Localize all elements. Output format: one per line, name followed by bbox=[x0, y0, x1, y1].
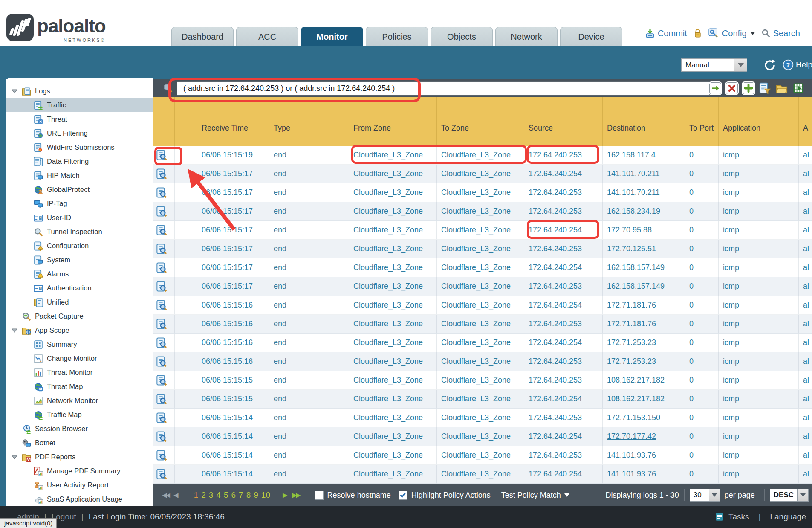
test-policy-match-button[interactable]: Test Policy Match bbox=[501, 491, 569, 500]
action-cell[interactable]: al bbox=[799, 352, 812, 371]
from-zone-cell[interactable]: Cloudflare_L3_Zone bbox=[349, 240, 437, 258]
to-port-cell[interactable]: 0 bbox=[685, 409, 719, 427]
sidebar-item-hip-match[interactable]: HIP Match bbox=[6, 168, 153, 183]
destination-cell[interactable]: 172.70.125.51 bbox=[603, 240, 685, 258]
type-cell[interactable]: end bbox=[269, 277, 349, 296]
sidebar-item-network-monitor[interactable]: Network Monitor bbox=[6, 394, 153, 408]
to-port-cell[interactable]: 0 bbox=[685, 296, 719, 315]
column-header-to-zone[interactable]: To Zone bbox=[437, 97, 524, 146]
to-zone-cell[interactable]: Cloudflare_L3_Zone bbox=[437, 371, 524, 390]
sidebar-item-ip-tag[interactable]: IP-Tag bbox=[6, 197, 153, 211]
to-port-cell[interactable]: 0 bbox=[685, 334, 719, 352]
type-cell[interactable]: end bbox=[269, 371, 349, 390]
sidebar-item-threat-map[interactable]: Threat Map bbox=[6, 380, 153, 394]
clear-filter-button[interactable] bbox=[725, 81, 739, 95]
application-cell[interactable]: icmp bbox=[719, 165, 799, 183]
destination-cell[interactable]: 172.71.181.76 bbox=[603, 296, 685, 315]
to-port-cell[interactable]: 0 bbox=[685, 165, 719, 183]
source-cell[interactable]: 172.64.240.254 bbox=[524, 296, 603, 315]
source-cell[interactable]: 172.64.240.253 bbox=[524, 240, 603, 258]
from-zone-cell[interactable]: Cloudflare_L3_Zone bbox=[349, 183, 437, 202]
to-port-cell[interactable]: 0 bbox=[685, 221, 719, 240]
destination-cell[interactable]: 141.101.70.211 bbox=[603, 165, 685, 183]
to-zone-cell[interactable]: Cloudflare_L3_Zone bbox=[437, 277, 524, 296]
type-cell[interactable]: end bbox=[269, 183, 349, 202]
type-cell[interactable]: end bbox=[269, 409, 349, 427]
to-port-cell[interactable]: 0 bbox=[685, 202, 719, 221]
type-cell[interactable]: end bbox=[269, 202, 349, 221]
from-zone-cell[interactable]: Cloudflare_L3_Zone bbox=[349, 146, 437, 165]
destination-cell[interactable]: 108.162.217.182 bbox=[603, 371, 685, 390]
source-cell[interactable]: 172.64.240.253 bbox=[524, 277, 603, 296]
to-zone-cell[interactable]: Cloudflare_L3_Zone bbox=[437, 221, 524, 240]
prev-page-button[interactable]: ◀ bbox=[173, 491, 177, 499]
destination-cell[interactable]: 172.71.181.76 bbox=[603, 315, 685, 334]
to-port-cell[interactable]: 0 bbox=[685, 146, 719, 165]
to-port-cell[interactable]: 0 bbox=[685, 258, 719, 277]
receive-time-cell[interactable]: 06/06 15:15:17 bbox=[197, 258, 269, 277]
to-port-cell[interactable]: 0 bbox=[685, 315, 719, 334]
receive-time-cell[interactable]: 06/06 15:15:16 bbox=[197, 352, 269, 371]
tab-dashboard[interactable]: Dashboard bbox=[171, 27, 234, 46]
from-zone-cell[interactable]: Cloudflare_L3_Zone bbox=[349, 352, 437, 371]
from-zone-cell[interactable]: Cloudflare_L3_Zone bbox=[349, 446, 437, 465]
log-detail-button[interactable] bbox=[153, 221, 175, 240]
source-cell[interactable]: 172.64.240.253 bbox=[524, 183, 603, 202]
lock-icon[interactable] bbox=[693, 28, 702, 38]
sidebar-item-system[interactable]: System bbox=[6, 253, 153, 267]
tasks-button[interactable]: Tasks bbox=[728, 512, 749, 522]
column-header-type[interactable]: Type bbox=[269, 97, 349, 146]
from-zone-cell[interactable]: Cloudflare_L3_Zone bbox=[349, 409, 437, 427]
sidebar-item-session-browser[interactable]: Session Browser bbox=[6, 422, 153, 436]
language-button[interactable]: Language bbox=[770, 512, 806, 522]
destination-cell[interactable]: 108.162.217.182 bbox=[603, 390, 685, 409]
action-cell[interactable]: al bbox=[799, 446, 812, 465]
action-cell[interactable]: al bbox=[799, 390, 812, 409]
application-cell[interactable]: icmp bbox=[719, 221, 799, 240]
source-cell[interactable]: 172.64.240.254 bbox=[524, 221, 603, 240]
refresh-mode-dropdown-button[interactable] bbox=[734, 58, 747, 72]
sidebar-item-tunnel-inspection[interactable]: Tunnel Inspection bbox=[6, 225, 153, 239]
log-detail-button[interactable] bbox=[153, 258, 175, 277]
application-cell[interactable]: icmp bbox=[719, 146, 799, 165]
help-button[interactable]: ? Help bbox=[783, 59, 812, 70]
to-port-cell[interactable]: 0 bbox=[685, 371, 719, 390]
to-zone-cell[interactable]: Cloudflare_L3_Zone bbox=[437, 446, 524, 465]
destination-cell[interactable]: 172.70.95.88 bbox=[603, 221, 685, 240]
receive-time-cell[interactable]: 06/06 15:15:15 bbox=[197, 390, 269, 409]
receive-time-cell[interactable]: 06/06 15:15:17 bbox=[197, 202, 269, 221]
from-zone-cell[interactable]: Cloudflare_L3_Zone bbox=[349, 427, 437, 446]
receive-time-cell[interactable]: 06/06 15:15:15 bbox=[197, 371, 269, 390]
last-page-button[interactable]: ▶▶ bbox=[292, 491, 300, 499]
resolve-hostname-checkbox[interactable] bbox=[315, 491, 324, 500]
page-number-4[interactable]: 4 bbox=[216, 490, 221, 500]
refresh-mode-select[interactable]: Manual bbox=[681, 58, 747, 72]
application-cell[interactable]: icmp bbox=[719, 390, 799, 409]
source-cell[interactable]: 172.64.240.254 bbox=[524, 334, 603, 352]
receive-time-cell[interactable]: 06/06 15:15:17 bbox=[197, 165, 269, 183]
log-detail-button[interactable] bbox=[153, 277, 175, 296]
tab-objects[interactable]: Objects bbox=[431, 27, 493, 46]
sidebar-item-traffic[interactable]: Traffic bbox=[6, 98, 153, 112]
receive-time-cell[interactable]: 06/06 15:15:14 bbox=[197, 465, 269, 484]
sidebar-item-unified[interactable]: Unified bbox=[6, 295, 153, 309]
destination-cell[interactable]: 162.158.157.149 bbox=[603, 277, 685, 296]
tab-acc[interactable]: ACC bbox=[236, 27, 298, 46]
from-zone-cell[interactable]: Cloudflare_L3_Zone bbox=[349, 258, 437, 277]
action-cell[interactable]: al bbox=[799, 146, 812, 165]
to-zone-cell[interactable]: Cloudflare_L3_Zone bbox=[437, 315, 524, 334]
sidebar-item-app-scope[interactable]: App Scope bbox=[6, 323, 153, 337]
action-cell[interactable]: al bbox=[799, 240, 812, 258]
source-cell[interactable]: 172.64.240.254 bbox=[524, 465, 603, 484]
log-detail-button[interactable] bbox=[153, 352, 175, 371]
sidebar-item-pdf-reports[interactable]: PDF Reports bbox=[6, 450, 153, 464]
to-port-cell[interactable]: 0 bbox=[685, 427, 719, 446]
source-cell[interactable]: 172.64.240.254 bbox=[524, 165, 603, 183]
log-detail-button[interactable] bbox=[153, 165, 175, 183]
per-page-select[interactable]: 30 bbox=[690, 489, 720, 502]
receive-time-cell[interactable]: 06/06 15:15:17 bbox=[197, 277, 269, 296]
tab-policies[interactable]: Policies bbox=[366, 27, 428, 46]
log-detail-button[interactable] bbox=[153, 390, 175, 409]
to-port-cell[interactable]: 0 bbox=[685, 390, 719, 409]
type-cell[interactable]: end bbox=[269, 240, 349, 258]
